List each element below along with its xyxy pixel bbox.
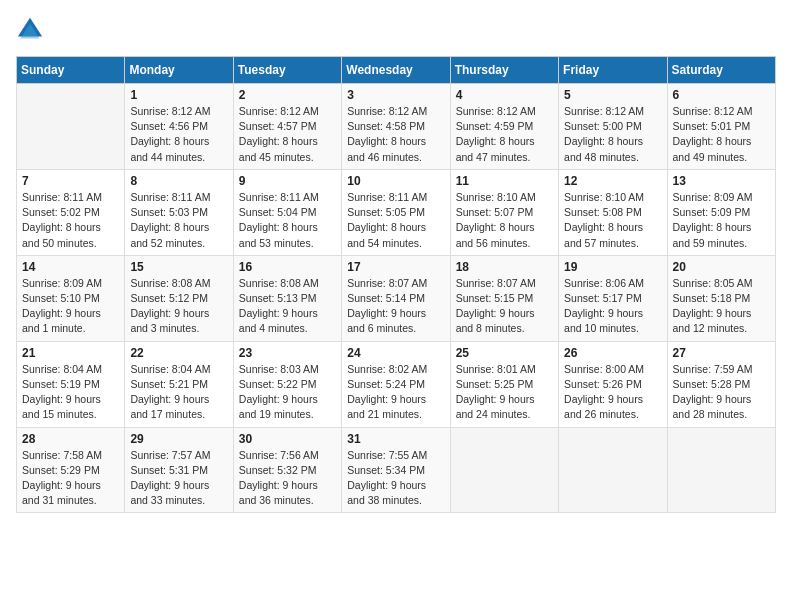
weekday-header: Saturday [667,57,775,84]
calendar-body: 1Sunrise: 8:12 AMSunset: 4:56 PMDaylight… [17,84,776,513]
calendar-week-row: 1Sunrise: 8:12 AMSunset: 4:56 PMDaylight… [17,84,776,170]
calendar-cell: 10Sunrise: 8:11 AMSunset: 5:05 PMDayligh… [342,169,450,255]
calendar-cell: 7Sunrise: 8:11 AMSunset: 5:02 PMDaylight… [17,169,125,255]
weekday-header: Monday [125,57,233,84]
day-info: Sunrise: 8:08 AMSunset: 5:12 PMDaylight:… [130,276,227,337]
day-info: Sunrise: 8:04 AMSunset: 5:19 PMDaylight:… [22,362,119,423]
calendar-table: SundayMondayTuesdayWednesdayThursdayFrid… [16,56,776,513]
day-number: 11 [456,174,553,188]
day-number: 12 [564,174,661,188]
day-number: 8 [130,174,227,188]
day-number: 6 [673,88,770,102]
calendar-week-row: 28Sunrise: 7:58 AMSunset: 5:29 PMDayligh… [17,427,776,513]
day-number: 10 [347,174,444,188]
weekday-header: Wednesday [342,57,450,84]
day-info: Sunrise: 8:05 AMSunset: 5:18 PMDaylight:… [673,276,770,337]
calendar-cell: 14Sunrise: 8:09 AMSunset: 5:10 PMDayligh… [17,255,125,341]
day-info: Sunrise: 8:09 AMSunset: 5:09 PMDaylight:… [673,190,770,251]
day-info: Sunrise: 8:11 AMSunset: 5:03 PMDaylight:… [130,190,227,251]
calendar-cell: 27Sunrise: 7:59 AMSunset: 5:28 PMDayligh… [667,341,775,427]
weekday-row: SundayMondayTuesdayWednesdayThursdayFrid… [17,57,776,84]
day-number: 3 [347,88,444,102]
day-number: 21 [22,346,119,360]
day-info: Sunrise: 7:59 AMSunset: 5:28 PMDaylight:… [673,362,770,423]
day-info: Sunrise: 8:00 AMSunset: 5:26 PMDaylight:… [564,362,661,423]
day-info: Sunrise: 8:12 AMSunset: 5:01 PMDaylight:… [673,104,770,165]
day-number: 20 [673,260,770,274]
calendar-week-row: 14Sunrise: 8:09 AMSunset: 5:10 PMDayligh… [17,255,776,341]
calendar-cell: 2Sunrise: 8:12 AMSunset: 4:57 PMDaylight… [233,84,341,170]
weekday-header: Friday [559,57,667,84]
day-info: Sunrise: 8:11 AMSunset: 5:05 PMDaylight:… [347,190,444,251]
logo [16,16,48,44]
day-info: Sunrise: 8:12 AMSunset: 5:00 PMDaylight:… [564,104,661,165]
calendar-cell: 24Sunrise: 8:02 AMSunset: 5:24 PMDayligh… [342,341,450,427]
day-info: Sunrise: 8:04 AMSunset: 5:21 PMDaylight:… [130,362,227,423]
day-info: Sunrise: 7:56 AMSunset: 5:32 PMDaylight:… [239,448,336,509]
calendar-cell: 1Sunrise: 8:12 AMSunset: 4:56 PMDaylight… [125,84,233,170]
calendar-cell: 9Sunrise: 8:11 AMSunset: 5:04 PMDaylight… [233,169,341,255]
calendar-cell: 30Sunrise: 7:56 AMSunset: 5:32 PMDayligh… [233,427,341,513]
calendar-cell [450,427,558,513]
day-number: 13 [673,174,770,188]
day-number: 26 [564,346,661,360]
calendar-cell: 26Sunrise: 8:00 AMSunset: 5:26 PMDayligh… [559,341,667,427]
day-number: 25 [456,346,553,360]
day-number: 16 [239,260,336,274]
day-info: Sunrise: 8:07 AMSunset: 5:15 PMDaylight:… [456,276,553,337]
day-info: Sunrise: 8:12 AMSunset: 4:57 PMDaylight:… [239,104,336,165]
day-info: Sunrise: 8:03 AMSunset: 5:22 PMDaylight:… [239,362,336,423]
calendar-cell: 13Sunrise: 8:09 AMSunset: 5:09 PMDayligh… [667,169,775,255]
calendar-cell [17,84,125,170]
day-number: 4 [456,88,553,102]
day-info: Sunrise: 8:09 AMSunset: 5:10 PMDaylight:… [22,276,119,337]
calendar-cell: 29Sunrise: 7:57 AMSunset: 5:31 PMDayligh… [125,427,233,513]
calendar-cell: 18Sunrise: 8:07 AMSunset: 5:15 PMDayligh… [450,255,558,341]
day-info: Sunrise: 8:12 AMSunset: 4:58 PMDaylight:… [347,104,444,165]
day-info: Sunrise: 8:01 AMSunset: 5:25 PMDaylight:… [456,362,553,423]
day-number: 7 [22,174,119,188]
calendar-cell: 21Sunrise: 8:04 AMSunset: 5:19 PMDayligh… [17,341,125,427]
day-number: 17 [347,260,444,274]
day-number: 9 [239,174,336,188]
calendar-week-row: 7Sunrise: 8:11 AMSunset: 5:02 PMDaylight… [17,169,776,255]
day-number: 23 [239,346,336,360]
calendar-cell: 12Sunrise: 8:10 AMSunset: 5:08 PMDayligh… [559,169,667,255]
day-info: Sunrise: 8:12 AMSunset: 4:56 PMDaylight:… [130,104,227,165]
calendar-cell: 16Sunrise: 8:08 AMSunset: 5:13 PMDayligh… [233,255,341,341]
day-info: Sunrise: 7:55 AMSunset: 5:34 PMDaylight:… [347,448,444,509]
calendar-cell [667,427,775,513]
day-info: Sunrise: 8:10 AMSunset: 5:07 PMDaylight:… [456,190,553,251]
day-number: 15 [130,260,227,274]
day-number: 28 [22,432,119,446]
day-info: Sunrise: 8:02 AMSunset: 5:24 PMDaylight:… [347,362,444,423]
day-number: 24 [347,346,444,360]
day-number: 31 [347,432,444,446]
calendar-cell: 28Sunrise: 7:58 AMSunset: 5:29 PMDayligh… [17,427,125,513]
calendar-cell: 6Sunrise: 8:12 AMSunset: 5:01 PMDaylight… [667,84,775,170]
calendar-cell: 17Sunrise: 8:07 AMSunset: 5:14 PMDayligh… [342,255,450,341]
calendar-header: SundayMondayTuesdayWednesdayThursdayFrid… [17,57,776,84]
day-number: 30 [239,432,336,446]
day-number: 19 [564,260,661,274]
day-number: 2 [239,88,336,102]
day-info: Sunrise: 8:08 AMSunset: 5:13 PMDaylight:… [239,276,336,337]
calendar-cell: 4Sunrise: 8:12 AMSunset: 4:59 PMDaylight… [450,84,558,170]
day-info: Sunrise: 8:10 AMSunset: 5:08 PMDaylight:… [564,190,661,251]
calendar-cell [559,427,667,513]
day-number: 29 [130,432,227,446]
day-info: Sunrise: 8:07 AMSunset: 5:14 PMDaylight:… [347,276,444,337]
day-number: 22 [130,346,227,360]
calendar-cell: 25Sunrise: 8:01 AMSunset: 5:25 PMDayligh… [450,341,558,427]
day-info: Sunrise: 8:06 AMSunset: 5:17 PMDaylight:… [564,276,661,337]
page-header [16,16,776,44]
calendar-cell: 22Sunrise: 8:04 AMSunset: 5:21 PMDayligh… [125,341,233,427]
calendar-week-row: 21Sunrise: 8:04 AMSunset: 5:19 PMDayligh… [17,341,776,427]
calendar-cell: 11Sunrise: 8:10 AMSunset: 5:07 PMDayligh… [450,169,558,255]
day-info: Sunrise: 8:12 AMSunset: 4:59 PMDaylight:… [456,104,553,165]
weekday-header: Sunday [17,57,125,84]
calendar-cell: 20Sunrise: 8:05 AMSunset: 5:18 PMDayligh… [667,255,775,341]
day-number: 14 [22,260,119,274]
calendar-cell: 15Sunrise: 8:08 AMSunset: 5:12 PMDayligh… [125,255,233,341]
logo-icon [16,16,44,44]
